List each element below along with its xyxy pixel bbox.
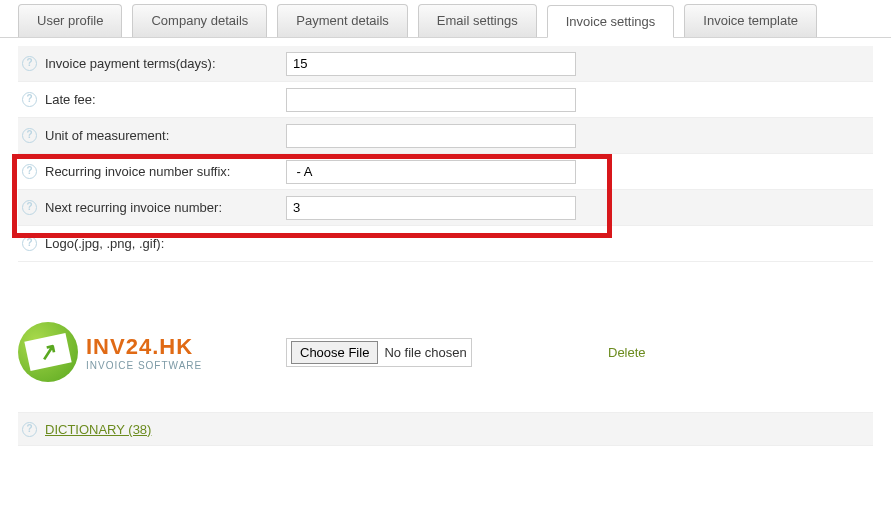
input-unit-measurement[interactable] — [286, 124, 576, 148]
row-logo: ↗ INV24.HK INVOICE SOFTWARE Choose File … — [18, 262, 873, 412]
label-logo: Logo(.jpg, .png, .gif): — [45, 236, 164, 251]
tab-company-details[interactable]: Company details — [132, 4, 267, 37]
logo-subtitle: INVOICE SOFTWARE — [86, 360, 202, 371]
row-unit-measurement: ? Unit of measurement: — [18, 118, 873, 154]
help-icon[interactable]: ? — [22, 422, 37, 437]
input-late-fee[interactable] — [286, 88, 576, 112]
row-dictionary: ? DICTIONARY (38) — [18, 412, 873, 446]
tabs-bar: User profile Company details Payment det… — [0, 0, 891, 38]
row-recurring-suffix: ? Recurring invoice number suffix: — [18, 154, 873, 190]
logo-circle-icon: ↗ — [18, 322, 78, 382]
logo-image: ↗ INV24.HK INVOICE SOFTWARE — [18, 322, 202, 382]
label-next-recurring: Next recurring invoice number: — [45, 200, 222, 215]
input-payment-terms[interactable] — [286, 52, 576, 76]
help-icon[interactable]: ? — [22, 128, 37, 143]
dictionary-link[interactable]: DICTIONARY (38) — [45, 422, 151, 437]
label-recurring-suffix: Recurring invoice number suffix: — [45, 164, 230, 179]
choose-file-button[interactable]: Choose File — [291, 341, 378, 364]
logo-title: INV24.HK — [86, 334, 202, 360]
help-icon[interactable]: ? — [22, 200, 37, 215]
tab-email-settings[interactable]: Email settings — [418, 4, 537, 37]
input-recurring-suffix[interactable] — [286, 160, 576, 184]
row-logo-label: ? Logo(.jpg, .png, .gif): — [18, 226, 873, 262]
delete-link[interactable]: Delete — [596, 345, 646, 360]
help-icon[interactable]: ? — [22, 236, 37, 251]
tab-payment-details[interactable]: Payment details — [277, 4, 408, 37]
label-unit-measurement: Unit of measurement: — [45, 128, 169, 143]
arrow-up-icon: ↗ — [36, 337, 59, 366]
file-status: No file chosen — [384, 345, 466, 360]
row-payment-terms: ? Invoice payment terms(days): — [18, 46, 873, 82]
settings-form: ? Invoice payment terms(days): ? Late fe… — [0, 38, 891, 466]
row-next-recurring: ? Next recurring invoice number: — [18, 190, 873, 226]
tab-invoice-template[interactable]: Invoice template — [684, 4, 817, 37]
help-icon[interactable]: ? — [22, 92, 37, 107]
label-late-fee: Late fee: — [45, 92, 96, 107]
input-next-recurring[interactable] — [286, 196, 576, 220]
label-payment-terms: Invoice payment terms(days): — [45, 56, 216, 71]
tab-user-profile[interactable]: User profile — [18, 4, 122, 37]
row-late-fee: ? Late fee: — [18, 82, 873, 118]
tab-invoice-settings[interactable]: Invoice settings — [547, 5, 675, 38]
help-icon[interactable]: ? — [22, 56, 37, 71]
help-icon[interactable]: ? — [22, 164, 37, 179]
